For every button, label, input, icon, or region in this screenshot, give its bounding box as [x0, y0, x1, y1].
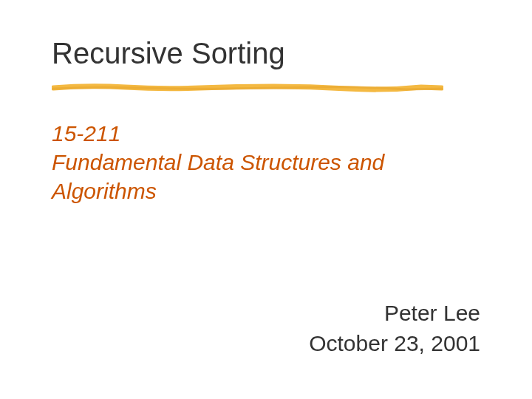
- author-block: Peter Lee October 23, 2001: [309, 299, 480, 358]
- course-name: Fundamental Data Structures and Algorith…: [52, 148, 480, 205]
- slide-title: Recursive Sorting: [52, 37, 480, 70]
- slide-container: Recursive Sorting 15-211 Fundamental Dat…: [0, 0, 532, 399]
- presentation-date: October 23, 2001: [309, 329, 480, 359]
- slide-subtitle: 15-211 Fundamental Data Structures and A…: [52, 119, 480, 205]
- author-name: Peter Lee: [309, 299, 480, 329]
- title-underline: [52, 83, 443, 91]
- course-number: 15-211: [52, 119, 480, 148]
